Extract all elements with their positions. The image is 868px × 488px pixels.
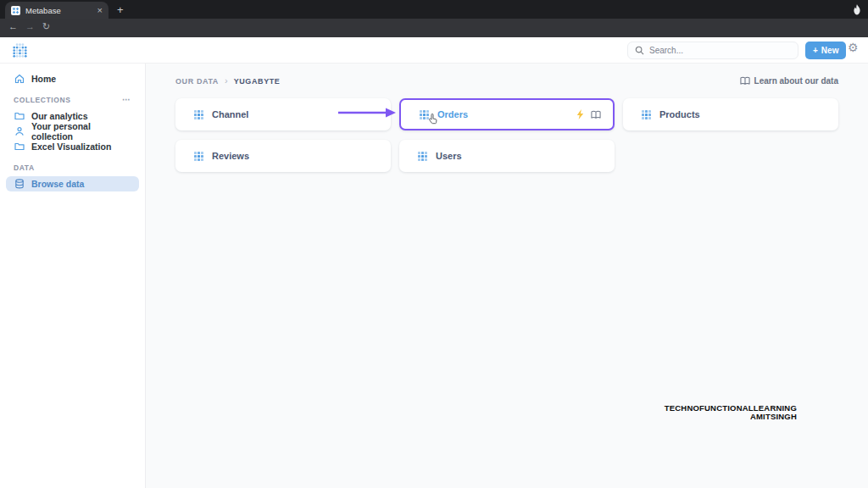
xray-bolt-icon[interactable] — [576, 109, 584, 119]
folder-icon — [14, 111, 25, 121]
reference-book-icon[interactable] — [591, 110, 601, 119]
gear-icon[interactable]: ⚙ — [848, 41, 859, 54]
table-grid-icon — [418, 152, 427, 161]
table-grid-icon — [642, 110, 651, 119]
metabase-favicon — [11, 6, 20, 15]
plus-icon: + — [813, 46, 818, 55]
app-header: + New ⚙ — [0, 37, 868, 64]
table-name: Reviews — [212, 151, 249, 161]
main-content: OUR DATA › YUGABYTE Learn about our data… — [146, 64, 868, 488]
table-grid-icon — [194, 110, 203, 119]
tab-title: Metabase — [25, 6, 92, 15]
forward-icon[interactable]: → — [25, 21, 35, 31]
chevron-right-icon: › — [225, 76, 228, 86]
table-card-orders[interactable]: Orders — [399, 98, 615, 130]
table-card-products[interactable]: Products — [623, 98, 838, 130]
table-name: Channel — [212, 109, 248, 119]
collections-caption: COLLECTIONS ⋯ — [0, 95, 145, 104]
breadcrumb-our-data[interactable]: OUR DATA — [175, 77, 219, 86]
sidebar-item-label: Excel Visualization — [31, 141, 111, 152]
sidebar-item-personal-collection[interactable]: Your personal collection — [0, 124, 145, 139]
breadcrumb-database: YUGABYTE — [234, 77, 281, 86]
table-grid-icon — [194, 152, 203, 161]
sidebar-item-label: Our analytics — [31, 111, 88, 121]
sidebar-item-browse-data[interactable]: Browse data — [6, 176, 139, 191]
collections-menu-icon[interactable]: ⋯ — [122, 95, 131, 104]
table-grid-icon — [420, 110, 429, 119]
browser-toolbar: ← → ↻ http://localhost:3000/browse/8-yug… — [0, 19, 868, 37]
sidebar: Home COLLECTIONS ⋯ Our analytics Your pe… — [0, 64, 146, 488]
sidebar-item-label: Home — [31, 74, 56, 84]
new-tab-button[interactable]: + — [117, 3, 124, 16]
table-name: Products — [659, 109, 700, 119]
sidebar-item-home[interactable]: Home — [0, 71, 145, 86]
browser-tab-strip: Metabase × + — [0, 0, 868, 19]
table-card-reviews[interactable]: Reviews — [175, 140, 391, 172]
table-card-channel[interactable]: Channel — [175, 98, 391, 130]
data-caption: DATA — [0, 164, 145, 172]
search-input[interactable] — [649, 46, 791, 55]
home-icon — [14, 74, 25, 84]
learn-about-data-link[interactable]: Learn about our data — [740, 76, 838, 86]
back-icon[interactable]: ← — [8, 21, 18, 31]
sidebar-item-label: Your personal collection — [31, 121, 131, 141]
search-box[interactable] — [627, 42, 798, 59]
table-card-users[interactable]: Users — [399, 140, 615, 172]
reload-icon[interactable]: ↻ — [42, 21, 50, 32]
watermark: TECHNOFUNCTIONALLEARNING AMITSINGH — [665, 404, 797, 421]
metabase-logo-icon[interactable] — [13, 43, 27, 61]
flame-icon — [853, 3, 861, 19]
breadcrumb: OUR DATA › YUGABYTE Learn about our data — [175, 76, 838, 86]
new-button[interactable]: + New — [805, 42, 846, 59]
person-icon — [14, 126, 25, 136]
sidebar-item-label: Browse data — [31, 179, 84, 189]
table-name: Orders — [437, 109, 468, 119]
folder-icon — [14, 141, 25, 152]
table-name: Users — [436, 151, 462, 161]
database-icon — [14, 179, 25, 189]
book-icon — [740, 76, 750, 86]
tab-close-icon[interactable]: × — [97, 6, 103, 15]
browser-tab[interactable]: Metabase × — [5, 2, 108, 19]
search-icon — [635, 43, 644, 58]
